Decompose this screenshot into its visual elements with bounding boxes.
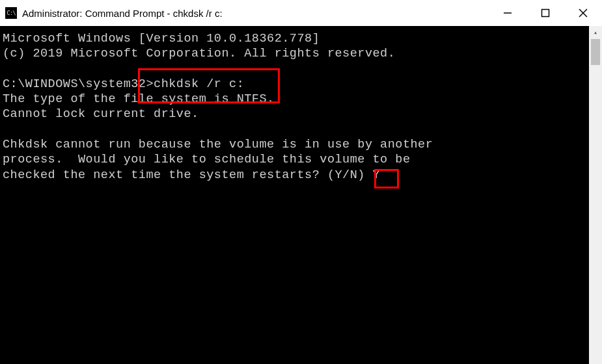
window-controls <box>489 0 602 26</box>
prompt-path: C:\WINDOWS\system32> <box>3 77 154 91</box>
window-title: Administrator: Command Prompt - chkdsk /… <box>22 8 489 19</box>
minimize-icon <box>503 8 512 18</box>
chkdsk-msg-line2: process. Would you like to schedule this… <box>3 153 411 166</box>
close-icon <box>579 8 588 18</box>
cmd-icon: C:\ <box>5 7 17 19</box>
os-version-line: Microsoft Windows [Version 10.0.18362.77… <box>3 32 320 46</box>
fs-type-line: The type of the file system is NTFS. <box>3 92 275 106</box>
terminal-output[interactable]: Microsoft Windows [Version 10.0.18362.77… <box>0 26 602 188</box>
scrollbar[interactable]: ▴ <box>589 26 602 364</box>
chkdsk-prompt: checked the next time the system restart… <box>3 168 373 182</box>
scroll-up-arrow[interactable]: ▴ <box>589 26 602 39</box>
lock-error-line: Cannot lock current drive. <box>3 107 199 121</box>
titlebar: C:\ Administrator: Command Prompt - chkd… <box>0 0 602 26</box>
svg-rect-1 <box>542 10 549 17</box>
scroll-thumb[interactable] <box>591 39 600 65</box>
copyright-line: (c) 2019 Microsoft Corporation. All righ… <box>3 47 395 60</box>
minimize-button[interactable] <box>489 0 527 26</box>
close-button[interactable] <box>564 0 602 26</box>
user-input-y: Y <box>373 168 381 182</box>
prompt-command: chkdsk /r c: <box>154 77 244 91</box>
chkdsk-msg-line1: Chkdsk cannot run because the volume is … <box>3 138 433 151</box>
maximize-icon <box>541 8 550 18</box>
maximize-button[interactable] <box>527 0 564 26</box>
